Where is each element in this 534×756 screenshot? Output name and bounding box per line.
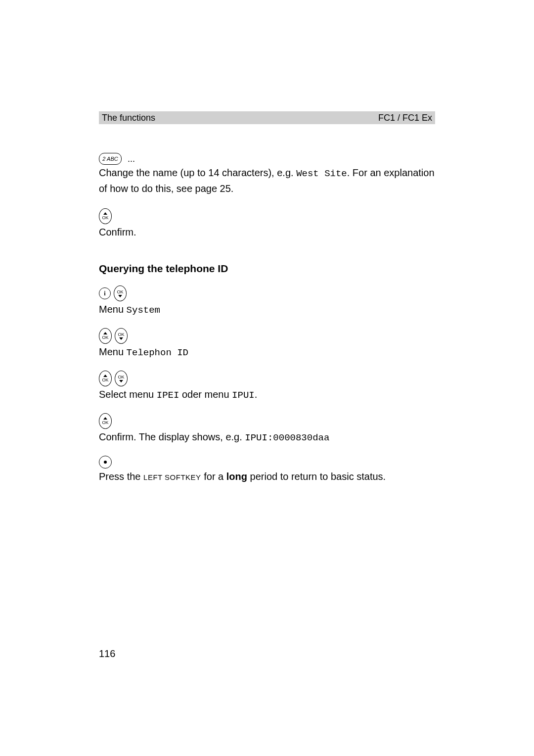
final-prefix: Press the — [99, 471, 143, 482]
select-ipei: IPEI — [157, 390, 179, 401]
step-confirm-2: OK — [99, 413, 435, 429]
final-line: Press the LEFT SOFTKEY for a long period… — [99, 470, 435, 484]
subheading-querying: Querying the telephone ID — [99, 263, 435, 275]
step-menu-telephon: OK OK — [99, 328, 435, 344]
ok-label-4: OK — [118, 332, 124, 337]
final-softkey: LEFT SOFTKEY — [143, 473, 201, 481]
step-confirm-1: OK — [99, 208, 435, 224]
step-menu-system: i OK — [99, 285, 435, 301]
ok-up-icon-3: OK — [99, 371, 112, 386]
ellipsis: ... — [128, 154, 135, 164]
arrow-up-icon — [103, 212, 107, 215]
page-number: 116 — [99, 648, 115, 660]
ok-label-7: OK — [102, 420, 108, 425]
softkey-dot-icon — [99, 456, 112, 469]
ok-down-icon-3: OK — [115, 371, 128, 386]
select-prefix: Select menu — [99, 389, 157, 400]
select-mid: oder menu — [179, 389, 232, 400]
dot-icon — [104, 461, 107, 464]
final-long: long — [226, 471, 247, 482]
select-menu-line: Select menu IPEI oder menu IPUI. — [99, 387, 435, 402]
final-suffix: period to return to basic status. — [247, 471, 386, 482]
change-name-example: West Site — [296, 168, 347, 179]
arrow-down-icon-3 — [119, 380, 123, 382]
ok-label-6: OK — [118, 375, 124, 379]
info-button-icon: i — [99, 287, 111, 299]
ok-up-icon-2: OK — [99, 328, 112, 344]
ok-label-2: OK — [117, 289, 123, 294]
arrow-down-icon-2 — [119, 337, 123, 340]
info-label: i — [104, 290, 105, 297]
ok-down-icon-1: OK — [114, 285, 127, 301]
change-name-prefix: Change the name (up to 14 characters), e… — [99, 167, 296, 178]
key-2abc-icon: 2 ABC — [99, 153, 122, 165]
ok-down-icon-2: OK — [115, 328, 128, 344]
step-key-2abc: 2 ABC ... — [99, 153, 435, 165]
confirm-display-prefix: Confirm. The display shows, e.g. — [99, 431, 245, 442]
change-name-line1: Change the name (up to 14 characters), e… — [99, 166, 435, 181]
menu-telephon-line: Menu Telephon ID — [99, 345, 435, 360]
arrow-up-icon-4 — [103, 417, 107, 420]
header-left: The functions — [102, 113, 155, 123]
final-mid: for a — [201, 471, 226, 482]
menu-prefix-2: Menu — [99, 346, 127, 357]
key-2abc-label: 2 ABC — [102, 156, 118, 162]
arrow-down-icon-1 — [118, 295, 122, 297]
change-name-suffix1: . For an explanation — [347, 167, 435, 178]
change-name-line2: of how to do this, see page 25. — [99, 182, 435, 195]
ok-label-3: OK — [102, 335, 108, 340]
arrow-up-icon-3 — [103, 375, 107, 377]
ok-up-icon: OK — [99, 208, 112, 224]
step-select-ipei-ipui: OK OK — [99, 371, 435, 386]
ok-label-1: OK — [102, 215, 108, 220]
ok-up-icon-4: OK — [99, 413, 112, 429]
confirm-display-line: Confirm. The display shows, e.g. IPUI:00… — [99, 430, 435, 445]
select-end: . — [255, 389, 258, 400]
ok-label-5: OK — [102, 378, 108, 382]
menu-prefix-1: Menu — [99, 304, 127, 315]
confirm-display-mono: IPUI:0000830daa — [245, 432, 329, 443]
confirm-text-1: Confirm. — [99, 225, 435, 239]
section-header: The functions FC1 / FC1 Ex — [99, 111, 435, 124]
menu-system-line: Menu System — [99, 302, 435, 317]
menu-system: System — [127, 305, 160, 316]
header-right: FC1 / FC1 Ex — [378, 113, 432, 123]
menu-telephon-id: Telephon ID — [127, 347, 188, 358]
arrow-up-icon-2 — [103, 332, 107, 334]
select-ipui: IPUI — [232, 390, 255, 401]
step-left-softkey — [99, 456, 435, 469]
